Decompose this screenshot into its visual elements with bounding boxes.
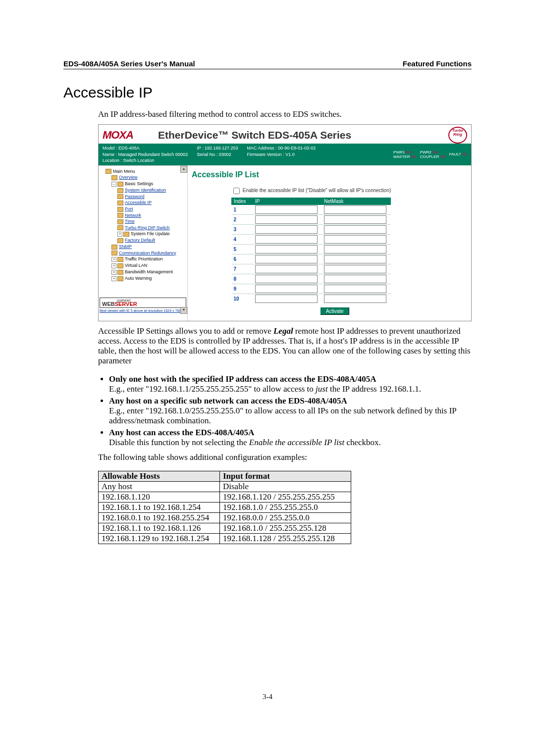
folder-icon (106, 169, 111, 174)
activate-button[interactable]: Activate (321, 307, 349, 315)
collapse-icon[interactable]: – (111, 182, 116, 187)
folder-icon (123, 232, 129, 237)
ip-input[interactable] (255, 245, 318, 253)
netmask-input[interactable] (324, 235, 386, 244)
netmask-input[interactable] (324, 275, 386, 283)
tree-item-system-identification[interactable]: System Identification (117, 188, 186, 193)
folder-icon (117, 182, 123, 187)
netmask-input[interactable] (324, 205, 386, 214)
page-number: 3-4 (63, 693, 472, 701)
expand-icon[interactable]: + (111, 263, 116, 268)
tree-main-menu: Main Menu (113, 169, 135, 174)
tree-item-password[interactable]: Password (117, 194, 186, 200)
tree-item-snmp[interactable]: SNMP (111, 244, 186, 250)
enable-accessible-ip-label: Enable the accessible IP list ("Disable"… (243, 188, 391, 193)
ip-input[interactable] (255, 225, 318, 234)
bullet-2: Any host on a specific sub network can a… (109, 396, 472, 426)
header-left: EDS-408A/405A Series User's Manual (63, 59, 195, 68)
examples-table: Allowable Hosts Input format Any hostDis… (98, 471, 351, 544)
netmask-input[interactable] (324, 215, 386, 224)
example-row: 192.168.1.1 to 192.168.1.126192.168.1.0 … (99, 523, 351, 534)
tree-item-turbo-ring-dip[interactable]: Turbo Ring DIP Switch (117, 225, 186, 231)
examples-col-format: Input format (220, 471, 351, 482)
example-format: 192.168.1.0 / 255.255.255.0 (220, 503, 351, 513)
ip-input[interactable] (255, 235, 318, 244)
ip-row: 4 (232, 234, 391, 244)
ip-input[interactable] (255, 265, 318, 273)
netmask-input[interactable] (324, 285, 386, 293)
fault-label: FAULT (449, 152, 461, 156)
accessible-ip-table: Index IP NetMask 12345678910 (231, 198, 391, 303)
name-label: Name : (103, 152, 117, 157)
tree-item-time[interactable]: Time (117, 219, 186, 224)
fw-label: Firmware Version : (247, 152, 284, 157)
folder-icon (117, 213, 123, 218)
tree-item-accessible-ip[interactable]: Accessible IP (117, 200, 186, 205)
ip-row: 10 (232, 294, 391, 303)
row-index: 1 (232, 204, 253, 214)
example-format: Disable (220, 482, 351, 492)
mac-value: 00-90-E8-01-02-02 (278, 146, 316, 151)
row-index: 7 (232, 264, 253, 274)
folder-icon (117, 194, 123, 199)
example-format: 192.168.1.0 / 255.255.255.128 (220, 523, 351, 534)
tree-item-system-file-update[interactable]: +System File Update (117, 231, 186, 237)
fw-value: V1.0 (285, 152, 295, 157)
folder-icon (111, 245, 117, 250)
status-info-bar: Model : EDS-405A Name : Managed Redundan… (99, 144, 471, 165)
ip-row: 6 (232, 254, 391, 264)
expand-icon[interactable]: + (111, 270, 116, 275)
netmask-input[interactable] (324, 245, 386, 253)
tree-item-auto-warning[interactable]: +Auto Warning (111, 276, 186, 281)
example-format: 192.168.1.128 / 255.255.255.128 (220, 534, 351, 544)
col-ip: IP (253, 198, 322, 204)
examples-col-hosts: Allowable Hosts (99, 471, 220, 482)
tree-item-overview[interactable]: Overview (111, 175, 186, 180)
netmask-input[interactable] (324, 265, 386, 273)
ip-row: 5 (232, 244, 391, 254)
ip-input[interactable] (255, 255, 318, 263)
ip-input[interactable] (255, 275, 318, 283)
tree-item-network[interactable]: Network (117, 213, 186, 218)
ip-input[interactable] (255, 295, 318, 303)
model-value: EDS-405A (118, 146, 140, 151)
expand-icon[interactable]: + (111, 276, 116, 281)
row-index: 10 (232, 294, 253, 303)
tree-item-communication-redundancy[interactable]: Communication Redundancy (111, 251, 186, 256)
col-netmask: NetMask (322, 198, 391, 204)
example-hosts: Any host (99, 482, 220, 492)
netmask-input[interactable] (324, 255, 386, 263)
tree-item-bandwidth-management[interactable]: +Bandwidth Management (111, 269, 186, 275)
tree-item-factory-default[interactable]: Factory Default (117, 238, 186, 243)
master-label: MASTER (393, 154, 410, 159)
fault-led-icon (462, 153, 467, 155)
tree-basic-settings[interactable]: Basic Settings (125, 181, 153, 186)
section-title: Accessible IP (63, 84, 472, 101)
expand-icon[interactable]: + (111, 257, 116, 262)
ip-input[interactable] (255, 205, 318, 214)
web-label: WEB (102, 301, 115, 307)
netmask-input[interactable] (324, 295, 386, 303)
brand-logo: MOXA (103, 129, 133, 142)
ip-row: 1 (232, 204, 391, 214)
serial-label: Serial No : (197, 152, 217, 157)
netmask-input[interactable] (324, 225, 386, 234)
enable-accessible-ip-checkbox[interactable] (233, 188, 240, 194)
tree-item-port[interactable]: Port (117, 206, 186, 212)
model-label: Model : (103, 146, 117, 151)
webserver-badge: goahead WEBSERVER (100, 298, 186, 308)
tree-item-virtual-lan[interactable]: +Virtual LAN (111, 263, 186, 268)
expand-icon[interactable]: + (117, 232, 122, 237)
ip-input[interactable] (255, 215, 318, 224)
ip-row: 2 (232, 214, 391, 224)
scroll-up-button[interactable]: ▴ (180, 166, 187, 173)
server-label: SERVER (115, 301, 137, 307)
tree-item-traffic-prioritization[interactable]: +Traffic Prioritization (111, 256, 186, 262)
example-hosts: 192.168.0.1 to 192.168.255.254 (99, 513, 220, 523)
bullet-1: Only one host with the specified IP addr… (109, 374, 472, 394)
scroll-down-button[interactable]: ▾ (180, 307, 187, 314)
folder-icon (117, 225, 123, 230)
row-index: 3 (232, 224, 253, 234)
ip-input[interactable] (255, 285, 318, 293)
location-label: Location : (103, 158, 122, 163)
